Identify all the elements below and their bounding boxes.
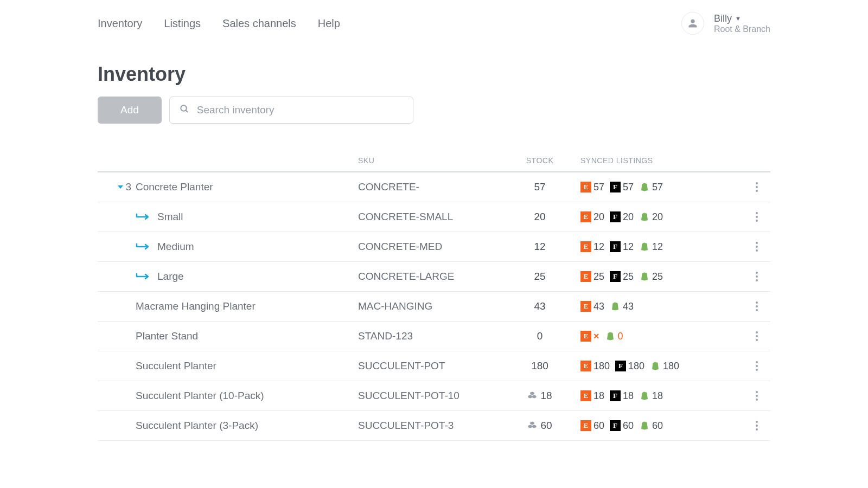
table-row[interactable]: Planter Stand STAND-123 0 E × 0	[98, 322, 770, 351]
sync-etsy[interactable]: E 12	[580, 241, 604, 253]
etsy-icon: E	[580, 361, 591, 371]
sync-faire[interactable]: F 12	[610, 241, 634, 253]
sync-faire[interactable]: F 25	[610, 271, 634, 282]
nav-inventory[interactable]: Inventory	[98, 17, 142, 30]
sync-value: 20	[593, 211, 604, 223]
table-row[interactable]: Large CONCRETE-LARGE 25 E 25 F 25 25	[98, 262, 770, 292]
sync-shopify[interactable]: 57	[639, 182, 663, 193]
table-row[interactable]: 3 Concrete Planter CONCRETE- 57 E 57 F 5…	[98, 172, 770, 202]
item-name: Succulent Planter (3-Pack)	[136, 420, 258, 432]
add-button[interactable]: Add	[98, 97, 162, 124]
sync-faire[interactable]: F 57	[610, 182, 634, 193]
etsy-icon: E	[580, 390, 591, 401]
sync-shopify[interactable]: 180	[650, 361, 679, 372]
nav-sales-channels[interactable]: Sales channels	[222, 17, 296, 30]
faire-icon: F	[610, 241, 621, 252]
sku-value: CONCRETE-LARGE	[358, 271, 499, 282]
sync-value: 25	[593, 271, 604, 282]
bundle-icon	[527, 421, 537, 431]
row-actions-button[interactable]	[743, 331, 770, 341]
sync-shopify[interactable]: 20	[639, 211, 663, 223]
sync-value: 20	[652, 211, 663, 223]
row-actions-button[interactable]	[743, 421, 770, 431]
sync-shopify[interactable]: 12	[639, 241, 663, 253]
sync-etsy[interactable]: E 25	[580, 271, 604, 282]
sync-shopify[interactable]: 0	[605, 331, 623, 342]
sync-value: 60	[623, 420, 634, 432]
row-actions-button[interactable]	[743, 182, 770, 192]
top-nav: Inventory Listings Sales channels Help B…	[43, 0, 825, 47]
search-icon	[180, 104, 189, 117]
shopify-icon	[639, 420, 650, 431]
shopify-icon	[610, 301, 621, 312]
sync-etsy[interactable]: E 57	[580, 182, 604, 193]
variant-arrow-icon	[136, 273, 150, 280]
nav-links: Inventory Listings Sales channels Help	[98, 17, 340, 30]
stock-value: 20	[534, 211, 545, 223]
sync-etsy[interactable]: E 180	[580, 361, 610, 372]
caret-down-icon: ▼	[735, 15, 741, 22]
sync-shopify[interactable]: 25	[639, 271, 663, 282]
row-actions-button[interactable]	[743, 301, 770, 311]
row-actions-button[interactable]	[743, 391, 770, 401]
sync-etsy[interactable]: E 20	[580, 211, 604, 223]
sync-value: 25	[623, 271, 634, 282]
row-actions-button[interactable]	[743, 272, 770, 281]
etsy-icon: E	[580, 271, 591, 282]
user-org: Root & Branch	[714, 24, 770, 34]
sync-value: 180	[628, 361, 644, 372]
table-row[interactable]: Succulent Planter SUCCULENT-POT 180 E 18…	[98, 351, 770, 381]
table-row[interactable]: Medium CONCRETE-MED 12 E 12 F 12 12	[98, 232, 770, 262]
search-input[interactable]	[196, 104, 403, 117]
faire-icon: F	[610, 420, 621, 431]
row-actions-button[interactable]	[743, 361, 770, 371]
sync-faire[interactable]: F 180	[615, 361, 644, 372]
sync-faire[interactable]: F 60	[610, 420, 634, 432]
col-header-synced[interactable]: SYNCED LISTINGS	[580, 156, 743, 165]
shopify-icon	[650, 361, 661, 371]
sync-etsy[interactable]: E ×	[580, 331, 599, 342]
caret-down-icon[interactable]	[118, 185, 123, 189]
svg-line-1	[186, 110, 188, 112]
row-actions-button[interactable]	[743, 242, 770, 252]
sync-value: 43	[623, 301, 634, 312]
etsy-icon: E	[580, 241, 591, 252]
sync-faire[interactable]: F 20	[610, 211, 634, 223]
sync-etsy[interactable]: E 43	[580, 301, 604, 312]
sync-shopify[interactable]: 43	[610, 301, 634, 312]
col-header-sku[interactable]: SKU	[358, 156, 499, 165]
stock-value: 0	[537, 330, 543, 342]
x-icon: ×	[593, 331, 599, 342]
table-row[interactable]: Succulent Planter (3-Pack) SUCCULENT-POT…	[98, 411, 770, 441]
sync-value: 12	[623, 241, 634, 253]
shopify-icon	[639, 241, 650, 252]
item-name: Succulent Planter (10-Pack)	[136, 390, 264, 402]
faire-icon: F	[610, 390, 621, 401]
sync-shopify[interactable]: 18	[639, 390, 663, 402]
sku-value: SUCCULENT-POT-3	[358, 420, 499, 432]
nav-help[interactable]: Help	[318, 17, 340, 30]
sync-value: 180	[663, 361, 679, 372]
sync-etsy[interactable]: E 18	[580, 390, 604, 402]
table-row[interactable]: Macrame Hanging Planter MAC-HANGING 43 E…	[98, 292, 770, 322]
sync-faire[interactable]: F 18	[610, 390, 634, 402]
etsy-icon: E	[580, 301, 591, 312]
variant-arrow-icon	[136, 213, 150, 221]
sku-value: CONCRETE-MED	[358, 241, 499, 253]
user-menu[interactable]: Billy ▼ Root & Branch	[681, 12, 770, 35]
row-actions-button[interactable]	[743, 212, 770, 222]
sku-value: CONCRETE-SMALL	[358, 211, 499, 223]
search-input-wrap[interactable]	[169, 97, 413, 124]
nav-listings[interactable]: Listings	[164, 17, 201, 30]
sync-shopify[interactable]: 60	[639, 420, 663, 432]
inventory-table: SKU STOCK SYNCED LISTINGS 3 Concrete Pla…	[98, 156, 770, 441]
sync-value: 60	[593, 420, 604, 432]
table-row[interactable]: Small CONCRETE-SMALL 20 E 20 F 20 20	[98, 202, 770, 232]
kebab-icon	[756, 212, 758, 222]
col-header-stock[interactable]: STOCK	[499, 156, 580, 165]
sync-etsy[interactable]: E 60	[580, 420, 604, 432]
sync-value: 20	[623, 211, 634, 223]
table-row[interactable]: Succulent Planter (10-Pack) SUCCULENT-PO…	[98, 381, 770, 411]
kebab-icon	[756, 391, 758, 401]
etsy-icon: E	[580, 211, 591, 222]
